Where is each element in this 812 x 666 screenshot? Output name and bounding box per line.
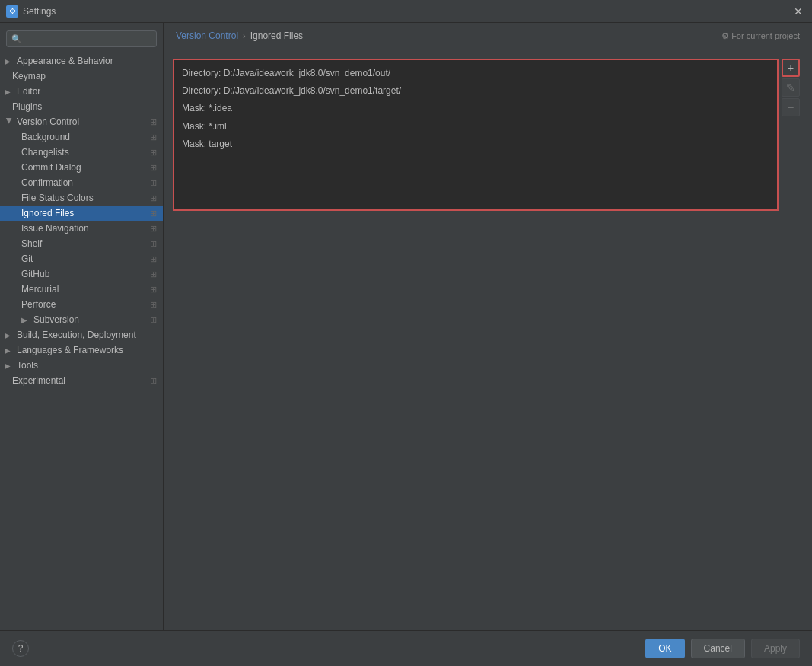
expand-arrow: ▶ <box>5 346 14 355</box>
sidebar-item-file-status-colors[interactable]: File Status Colors⊞ <box>0 190 163 206</box>
expand-arrow: ▶ <box>5 57 14 65</box>
list-item[interactable]: Mask: *.iml <box>179 118 772 135</box>
nav-item-label: Ignored Files <box>21 208 74 218</box>
breadcrumb: Version Control › Ignored Files ⚙ For cu… <box>164 23 812 49</box>
main-content: Version Control › Ignored Files ⚙ For cu… <box>164 23 812 630</box>
item-settings-icon: ⊞ <box>150 148 157 158</box>
list-item[interactable]: Directory: D:/Java/ideawork_jdk8.0/svn_d… <box>179 82 772 100</box>
item-settings-icon: ⊞ <box>150 285 157 295</box>
main-layout: 🔍 ▶Appearance & BehaviorKeymap▶EditorPlu… <box>0 23 812 666</box>
search-box[interactable]: 🔍 <box>6 30 157 47</box>
ignored-files-list[interactable]: Directory: D:/Java/ideawork_jdk8.0/svn_d… <box>173 59 779 211</box>
nav-item-label: Background <box>21 132 70 142</box>
sidebar-item-git[interactable]: Git⊞ <box>0 251 163 266</box>
expand-arrow: ▶ <box>21 316 30 324</box>
expand-arrow: ▶ <box>5 117 14 126</box>
nav-item-label: Languages & Frameworks <box>17 345 123 355</box>
nav-item-label: Changelists <box>21 147 69 158</box>
list-item[interactable]: Mask: *.idea <box>179 100 772 117</box>
sidebar-item-shelf[interactable]: Shelf⊞ <box>0 236 163 251</box>
sidebar-item-subversion[interactable]: ▶Subversion⊞ <box>0 312 163 327</box>
close-button[interactable]: ✕ <box>791 4 806 19</box>
sidebar-item-appearance[interactable]: ▶Appearance & Behavior <box>0 53 163 69</box>
nav-item-label: Plugins <box>12 101 42 112</box>
sidebar-item-mercurial[interactable]: Mercurial⊞ <box>0 282 163 297</box>
content-area: 🔍 ▶Appearance & BehaviorKeymap▶EditorPlu… <box>0 23 812 630</box>
title-bar: ⚙ Settings ✕ <box>0 0 812 23</box>
sidebar-item-build-execution[interactable]: ▶Build, Execution, Deployment <box>0 327 163 343</box>
nav-item-label: Subversion <box>33 314 79 325</box>
sidebar-item-issue-navigation[interactable]: Issue Navigation⊞ <box>0 221 163 236</box>
expand-arrow: ▶ <box>5 331 14 339</box>
project-icon: ⚙ <box>721 31 729 41</box>
list-toolbar: + ✎ − <box>779 59 803 621</box>
cancel-button[interactable]: Cancel <box>691 639 745 658</box>
nav-item-label: Appearance & Behavior <box>17 56 113 66</box>
nav-item-label: Experimental <box>12 375 65 386</box>
nav-item-label: Tools <box>17 360 38 371</box>
sidebar-item-github[interactable]: GitHub⊞ <box>0 266 163 282</box>
files-entries-container: Directory: D:/Java/ideawork_jdk8.0/svn_d… <box>179 65 772 153</box>
sidebar: 🔍 ▶Appearance & BehaviorKeymap▶EditorPlu… <box>0 23 164 630</box>
sidebar-item-keymap[interactable]: Keymap <box>0 69 163 84</box>
bottom-bar: ? OK Cancel Apply <box>0 630 812 666</box>
sidebar-item-version-control[interactable]: ▶Version Control⊞ <box>0 114 163 129</box>
search-input[interactable] <box>25 33 151 44</box>
nav-item-label: GitHub <box>21 269 49 279</box>
item-settings-icon: ⊞ <box>150 376 157 386</box>
ok-button[interactable]: OK <box>645 639 684 658</box>
nav-item-label: Perforce <box>21 299 56 310</box>
nav-item-label: Shelf <box>21 238 42 249</box>
sidebar-item-confirmation[interactable]: Confirmation⊞ <box>0 175 163 190</box>
item-settings-icon: ⊞ <box>150 163 157 173</box>
item-settings-icon: ⊞ <box>150 239 157 249</box>
sidebar-item-experimental[interactable]: Experimental⊞ <box>0 373 163 388</box>
help-button[interactable]: ? <box>12 640 29 657</box>
nav-item-label: Mercurial <box>21 284 59 295</box>
title-bar-left: ⚙ Settings <box>6 5 56 18</box>
remove-button[interactable]: − <box>782 98 800 116</box>
item-settings-icon: ⊞ <box>150 117 157 127</box>
nav-item-label: Editor <box>17 86 40 97</box>
expand-arrow: ▶ <box>5 362 14 370</box>
breadcrumb-separator: › <box>243 31 246 40</box>
item-settings-icon: ⊞ <box>150 315 157 325</box>
item-settings-icon: ⊞ <box>150 132 157 142</box>
search-icon: 🔍 <box>11 34 22 44</box>
edit-button[interactable]: ✎ <box>782 78 800 97</box>
sidebar-item-perforce[interactable]: Perforce⊞ <box>0 297 163 312</box>
nav-item-label: Commit Dialog <box>21 162 81 173</box>
list-item[interactable]: Directory: D:/Java/ideawork_jdk8.0/svn_d… <box>179 65 772 82</box>
sidebar-item-plugins[interactable]: Plugins <box>0 99 163 114</box>
sidebar-item-background[interactable]: Background⊞ <box>0 129 163 145</box>
apply-button[interactable]: Apply <box>751 639 800 658</box>
nav-items: ▶Appearance & BehaviorKeymap▶EditorPlugi… <box>0 53 163 388</box>
sidebar-item-commit-dialog[interactable]: Commit Dialog⊞ <box>0 160 163 175</box>
nav-item-label: Build, Execution, Deployment <box>17 330 136 340</box>
item-settings-icon: ⊞ <box>150 193 157 203</box>
window-title: Settings <box>23 6 56 17</box>
sidebar-item-languages[interactable]: ▶Languages & Frameworks <box>0 343 163 358</box>
content-panel: Directory: D:/Java/ideawork_jdk8.0/svn_d… <box>164 49 812 630</box>
item-settings-icon: ⊞ <box>150 269 157 279</box>
item-settings-icon: ⊞ <box>150 300 157 310</box>
nav-item-label: Keymap <box>12 71 46 81</box>
app-icon: ⚙ <box>6 5 18 18</box>
sidebar-item-changelists[interactable]: Changelists⊞ <box>0 145 163 160</box>
sidebar-item-ignored-files[interactable]: Ignored Files⊞ <box>0 206 163 221</box>
item-settings-icon: ⊞ <box>150 209 157 218</box>
breadcrumb-parent[interactable]: Version Control <box>176 30 238 41</box>
breadcrumb-project[interactable]: ⚙ For current project <box>721 31 800 41</box>
expand-arrow: ▶ <box>5 88 14 96</box>
nav-item-label: File Status Colors <box>21 193 94 203</box>
item-settings-icon: ⊞ <box>150 178 157 188</box>
sidebar-item-editor[interactable]: ▶Editor <box>0 84 163 99</box>
list-item[interactable]: Mask: target <box>179 135 772 153</box>
sidebar-item-tools[interactable]: ▶Tools <box>0 358 163 373</box>
nav-item-label: Git <box>21 253 33 264</box>
nav-item-label: Issue Navigation <box>21 223 89 234</box>
item-settings-icon: ⊞ <box>150 224 157 234</box>
nav-item-label: Version Control <box>17 116 79 127</box>
project-label: For current project <box>731 31 800 40</box>
add-button[interactable]: + <box>782 59 800 77</box>
